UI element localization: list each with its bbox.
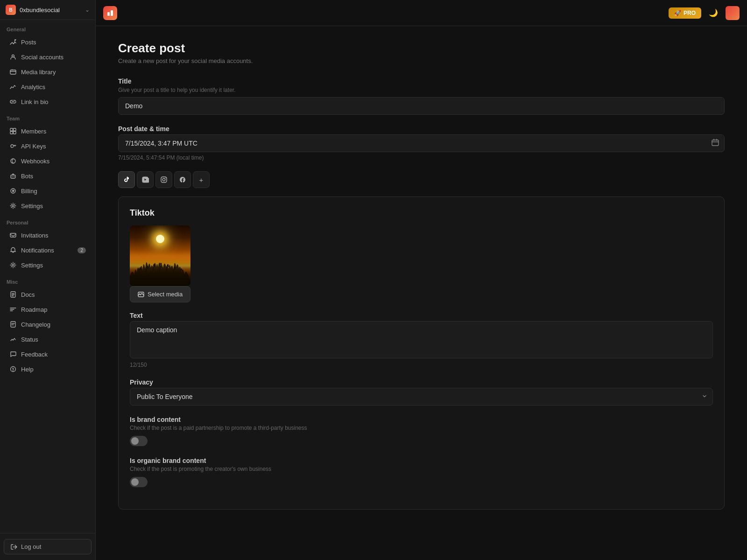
webhooks-icon [9, 157, 17, 165]
svg-rect-4 [10, 132, 13, 134]
date-label: Post date & time [118, 125, 725, 133]
sidebar-item-changelog[interactable]: Changelog [3, 317, 92, 331]
brand-content-section: Is brand content Check if the post is a … [130, 416, 713, 448]
sidebar-item-social-accounts[interactable]: Social accounts [3, 50, 92, 64]
feedback-label: Feedback [21, 351, 48, 358]
grass-silhouette [130, 250, 189, 286]
privacy-label: Privacy [130, 378, 713, 386]
privacy-section: Privacy Public To Everyone Friends Priva… [130, 378, 713, 406]
brand-content-label: Is brand content [130, 416, 713, 423]
pro-icon: 🚀 [674, 10, 681, 16]
link-in-bio-icon [9, 98, 17, 105]
workspace-name: 0xbundlesocial [20, 7, 81, 14]
caption-textarea[interactable]: Demo caption [130, 321, 713, 358]
pro-badge[interactable]: 🚀 PRO [669, 7, 701, 19]
status-label: Status [21, 336, 38, 343]
svg-point-6 [11, 145, 14, 147]
sidebar-item-analytics[interactable]: Analytics [3, 80, 92, 94]
topbar: 🚀 PRO 🌙 [96, 0, 747, 26]
platform-tab-tiktok[interactable] [118, 171, 135, 188]
platform-tab-instagram[interactable] [155, 171, 172, 188]
social-accounts-icon [9, 53, 17, 61]
organic-brand-toggle[interactable] [130, 477, 148, 487]
sidebar-item-help[interactable]: Help [3, 362, 92, 376]
posts-label: Posts [21, 39, 36, 46]
api-keys-icon [9, 142, 17, 150]
dark-mode-icon: 🌙 [709, 8, 718, 17]
svg-rect-7 [11, 175, 15, 178]
sidebar-item-posts[interactable]: Posts [3, 35, 92, 49]
sidebar-item-media-library[interactable]: Media library [3, 65, 92, 79]
docs-label: Docs [21, 291, 35, 298]
sidebar: B 0xbundlesocial ⌄ General Posts Social … [0, 0, 96, 560]
logout-button[interactable]: Log out [4, 539, 92, 554]
settings-icon [9, 202, 17, 210]
platform-tab-youtube[interactable] [137, 171, 154, 188]
platform-tabs: + [118, 171, 725, 188]
api-keys-label: API Keys [21, 143, 46, 150]
personal-settings-label: Settings [21, 262, 43, 269]
sidebar-item-notifications[interactable]: Notifications 2 [3, 243, 92, 257]
local-time: 7/15/2024, 5:47:54 PM (local time) [118, 154, 725, 161]
sidebar-item-invitations[interactable]: Invitations [3, 228, 92, 242]
svg-rect-18 [712, 140, 719, 146]
char-count: 12/150 [130, 362, 713, 368]
invitations-label: Invitations [21, 232, 49, 239]
svg-point-10 [12, 205, 14, 207]
section-team-label: Team [0, 109, 95, 124]
title-section: Title Give your post a title to help you… [118, 77, 725, 115]
select-media-label: Select media [148, 291, 183, 298]
workspace-selector[interactable]: B 0xbundlesocial ⌄ [0, 0, 95, 20]
page-title: Create post [118, 41, 725, 56]
platform-tab-facebook[interactable] [174, 171, 191, 188]
billing-icon [9, 187, 17, 195]
sidebar-item-docs[interactable]: Docs [3, 287, 92, 301]
link-in-bio-label: Link in bio [21, 98, 49, 105]
roadmap-icon [9, 306, 17, 313]
workspace-chevron-icon: ⌄ [85, 7, 90, 13]
sidebar-item-personal-settings[interactable]: Settings [3, 258, 92, 272]
sidebar-item-feedback[interactable]: Feedback [3, 347, 92, 361]
sidebar-item-roadmap[interactable]: Roadmap [3, 302, 92, 316]
dark-mode-button[interactable]: 🌙 [706, 6, 721, 21]
settings-label: Settings [21, 203, 43, 210]
text-section: Text Demo caption 12/150 [130, 312, 713, 368]
section-misc-label: Misc [0, 273, 95, 287]
sidebar-item-members[interactable]: Members [3, 124, 92, 138]
sidebar-item-bots[interactable]: Bots [3, 169, 92, 183]
media-library-label: Media library [21, 69, 56, 76]
notifications-badge: 2 [78, 247, 86, 253]
media-library-icon [9, 68, 17, 76]
calendar-icon[interactable] [712, 139, 719, 148]
svg-rect-14 [11, 322, 15, 327]
main-content: Create post Create a new post for your s… [96, 26, 747, 560]
select-media-icon [138, 291, 144, 298]
svg-rect-16 [107, 12, 110, 16]
text-area-wrapper: Demo caption [130, 321, 713, 360]
sidebar-item-settings[interactable]: Settings [3, 199, 92, 213]
brand-content-toggle[interactable] [130, 436, 148, 446]
workspace-logo-text: B [9, 7, 12, 13]
sidebar-item-billing[interactable]: Billing [3, 184, 92, 198]
privacy-select[interactable]: Public To Everyone Friends Private [130, 388, 713, 406]
app-logo-icon [106, 9, 114, 17]
logout-label: Log out [21, 543, 41, 550]
sidebar-item-webhooks[interactable]: Webhooks [3, 154, 92, 168]
title-input[interactable] [118, 97, 725, 115]
svg-rect-3 [14, 128, 16, 131]
title-label: Title [118, 77, 725, 85]
brand-content-hint: Check if the post is a paid partnership … [130, 425, 713, 431]
topbar-app-icon [103, 6, 117, 20]
sidebar-item-api-keys[interactable]: API Keys [3, 139, 92, 153]
sunset-image [130, 225, 190, 286]
invitations-icon [9, 231, 17, 239]
members-label: Members [21, 128, 46, 135]
sidebar-item-status[interactable]: Status [3, 332, 92, 346]
select-media-button[interactable]: Select media [130, 286, 190, 302]
sidebar-item-link-in-bio[interactable]: Link in bio [3, 95, 92, 109]
members-icon [9, 127, 17, 135]
date-input[interactable] [118, 134, 725, 152]
platform-add-button[interactable]: + [193, 171, 210, 188]
user-avatar[interactable] [726, 6, 740, 20]
page-subtitle: Create a new post for your social media … [118, 57, 725, 64]
